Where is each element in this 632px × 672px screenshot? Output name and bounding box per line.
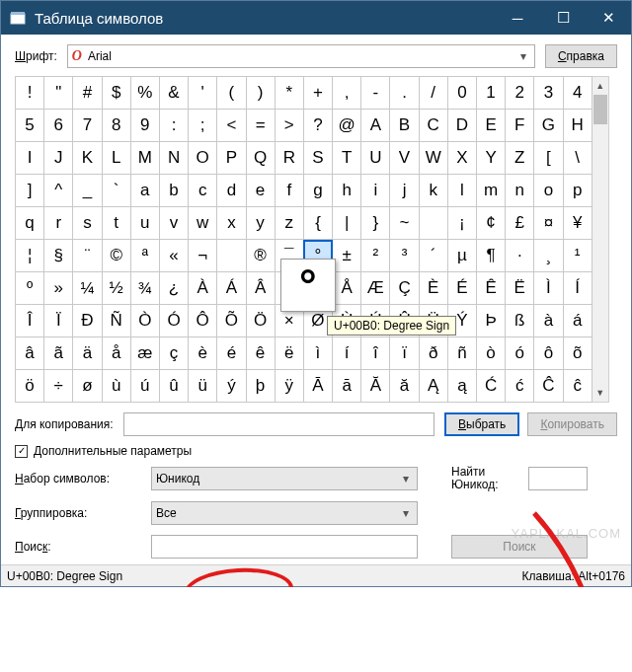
char-cell[interactable]: q [16, 207, 44, 240]
char-cell[interactable]: æ [130, 337, 159, 370]
char-cell[interactable] [419, 207, 447, 240]
char-cell[interactable]: u [130, 207, 159, 240]
char-cell[interactable]: ä [73, 337, 102, 370]
char-cell[interactable]: Ê [477, 272, 506, 305]
char-cell[interactable]: ? [303, 110, 332, 142]
char-cell[interactable]: V [390, 142, 419, 175]
char-cell[interactable]: ø [73, 370, 102, 403]
char-cell[interactable]: z [275, 207, 303, 240]
char-cell[interactable]: ' [189, 77, 217, 110]
char-cell[interactable]: 2 [506, 77, 534, 110]
char-cell[interactable]: ÷ [44, 370, 73, 403]
char-cell[interactable]: · [506, 240, 534, 272]
char-cell[interactable]: k [419, 175, 447, 207]
char-cell[interactable]: á [563, 305, 592, 337]
char-cell[interactable]: 9 [130, 110, 159, 142]
char-cell[interactable]: À [189, 272, 217, 305]
char-cell[interactable]: ö [16, 370, 44, 403]
char-cell[interactable]: j [390, 175, 419, 207]
char-cell[interactable]: Q [246, 142, 275, 175]
char-cell[interactable]: @ [333, 110, 361, 142]
charset-select[interactable]: Юникод ▾ [151, 467, 418, 490]
char-cell[interactable]: Ā [303, 370, 332, 403]
char-cell[interactable]: t [102, 207, 130, 240]
char-cell[interactable]: Ì [534, 272, 563, 305]
char-cell[interactable]: | [333, 207, 361, 240]
char-cell[interactable]: S [303, 142, 332, 175]
char-cell[interactable]: ½ [102, 272, 130, 305]
char-cell[interactable]: - [361, 77, 390, 110]
char-cell[interactable]: à [534, 305, 563, 337]
copy-button[interactable]: Копировать [527, 412, 617, 436]
char-cell[interactable]: í [333, 337, 361, 370]
close-button[interactable]: ✕ [586, 1, 631, 35]
char-cell[interactable]: Ï [44, 305, 73, 337]
char-cell[interactable]: ¾ [130, 272, 159, 305]
char-cell[interactable]: P [217, 142, 246, 175]
char-cell[interactable]: b [159, 175, 188, 207]
char-cell[interactable]: 6 [44, 110, 73, 142]
font-select[interactable]: O Arial ▾ [67, 44, 535, 68]
char-cell[interactable]: w [189, 207, 217, 240]
char-cell[interactable]: ´ [419, 240, 447, 272]
char-cell[interactable]: / [419, 77, 447, 110]
char-cell[interactable]: ß [506, 305, 534, 337]
char-cell[interactable]: ý [217, 370, 246, 403]
char-cell[interactable]: 8 [102, 110, 130, 142]
char-cell[interactable]: ª [130, 240, 159, 272]
char-cell[interactable]: 4 [563, 77, 592, 110]
char-cell[interactable]: y [246, 207, 275, 240]
char-cell[interactable]: K [73, 142, 102, 175]
select-button[interactable]: Выбрать [444, 412, 519, 436]
char-cell[interactable]: é [217, 337, 246, 370]
char-cell[interactable]: ê [246, 337, 275, 370]
char-cell[interactable]: B [390, 110, 419, 142]
char-cell[interactable]: Ð [73, 305, 102, 337]
char-cell[interactable]: ĉ [563, 370, 592, 403]
char-cell[interactable]: ¡ [447, 207, 476, 240]
char-cell[interactable]: $ [102, 77, 130, 110]
char-cell[interactable]: ç [159, 337, 188, 370]
char-cell[interactable]: « [159, 240, 188, 272]
char-cell[interactable]: ¿ [159, 272, 188, 305]
char-cell[interactable]: v [159, 207, 188, 240]
char-cell[interactable]: . [390, 77, 419, 110]
char-cell[interactable]: c [189, 175, 217, 207]
char-cell[interactable]: ă [390, 370, 419, 403]
char-cell[interactable]: â [16, 337, 44, 370]
char-cell[interactable]: Y [477, 142, 506, 175]
char-cell[interactable]: s [73, 207, 102, 240]
char-cell[interactable]: ¨ [73, 240, 102, 272]
char-cell[interactable]: Þ [477, 305, 506, 337]
char-cell[interactable]: H [563, 110, 592, 142]
char-cell[interactable]: E [477, 110, 506, 142]
char-cell[interactable]: ñ [447, 337, 476, 370]
char-cell[interactable]: ; [189, 110, 217, 142]
char-cell[interactable]: É [447, 272, 476, 305]
char-cell[interactable]: f [275, 175, 303, 207]
char-cell[interactable]: ¼ [73, 272, 102, 305]
char-cell[interactable]: ¸ [534, 240, 563, 272]
char-cell[interactable]: 7 [73, 110, 102, 142]
char-cell[interactable]: ! [16, 77, 44, 110]
find-input[interactable] [528, 467, 588, 490]
char-cell[interactable]: ð [419, 337, 447, 370]
char-cell[interactable]: x [217, 207, 246, 240]
char-cell[interactable]: ò [477, 337, 506, 370]
char-cell[interactable]: % [130, 77, 159, 110]
char-cell[interactable]: N [159, 142, 188, 175]
char-cell[interactable]: µ [447, 240, 476, 272]
char-cell[interactable]: O [189, 142, 217, 175]
char-cell[interactable]: Æ [361, 272, 390, 305]
maximize-button[interactable]: ☐ [540, 1, 586, 35]
char-cell[interactable]: d [217, 175, 246, 207]
char-cell[interactable]: Ă [361, 370, 390, 403]
char-cell[interactable]: Ö [246, 305, 275, 337]
char-cell[interactable]: ã [44, 337, 73, 370]
scroll-thumb[interactable] [593, 95, 607, 124]
char-cell[interactable]: ^ [44, 175, 73, 207]
char-cell[interactable]: " [44, 77, 73, 110]
minimize-button[interactable]: ─ [495, 1, 540, 35]
char-cell[interactable]: ü [189, 370, 217, 403]
char-cell[interactable]: G [534, 110, 563, 142]
